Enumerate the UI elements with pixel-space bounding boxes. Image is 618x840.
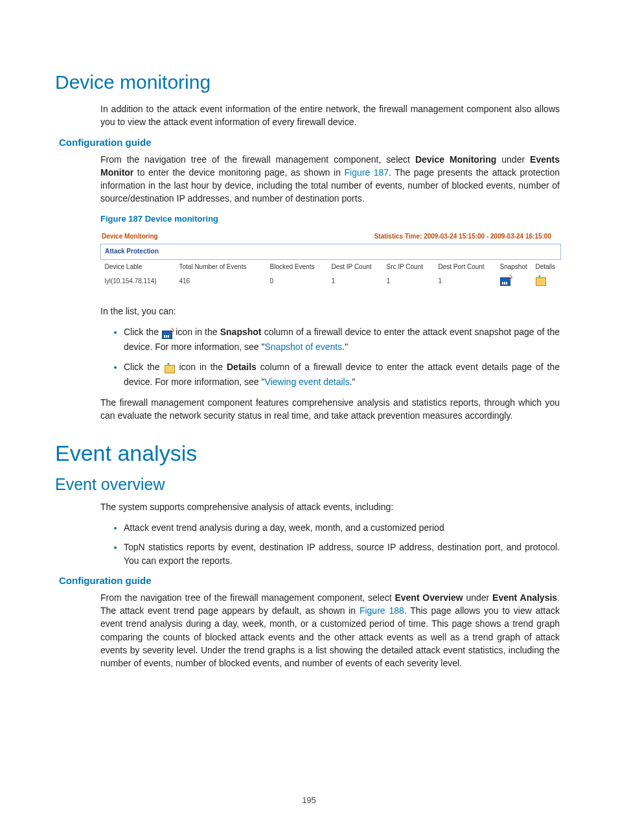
chart-icon — [162, 331, 172, 339]
snapshot-cell[interactable] — [496, 274, 532, 289]
fig-title-right: Statistics Time: 2009-03-24 15:15:00 - 2… — [374, 232, 551, 242]
figure-187: Device Monitoring Statistics Time: 2009-… — [100, 231, 553, 289]
link-viewing-event-details[interactable]: Viewing event details — [264, 377, 349, 387]
figure-187-caption: Figure 187 Device monitoring — [100, 213, 560, 226]
heading-config-guide-2: Configuration guide — [59, 575, 560, 586]
details-cell[interactable] — [532, 274, 561, 289]
ea-config-paragraph: From the navigation tree of the firewall… — [100, 591, 560, 670]
table-header-row: Device Lable Total Number of Events Bloc… — [101, 259, 561, 274]
fig-title-left: Device Monitoring — [102, 232, 158, 242]
link-figure-187[interactable]: Figure 187 — [344, 167, 389, 178]
link-snapshot-of-events[interactable]: Snapshot of events — [264, 342, 342, 352]
folder-icon[interactable] — [536, 277, 546, 286]
table-section-header: Attack Protection — [101, 244, 561, 260]
dm-config-paragraph: From the navigation tree of the firewall… — [100, 153, 560, 205]
page-number: 195 — [0, 795, 618, 805]
folder-icon — [165, 365, 175, 373]
heading-event-overview: Event overview — [55, 475, 560, 494]
attack-protection-table: Attack Protection Device Lable Total Num… — [100, 244, 561, 289]
dm-intro: In addition to the attack event informat… — [100, 102, 560, 129]
dm-closing: The firewall management component featur… — [100, 396, 560, 423]
ea-bullet-1: Attack event trend analysis during a day… — [124, 521, 560, 534]
ea-bullet-2: TopN statistics reports by event, destin… — [124, 541, 560, 567]
chart-icon[interactable] — [500, 277, 510, 286]
heading-device-monitoring: Device monitoring — [55, 71, 560, 93]
heading-config-guide-1: Configuration guide — [59, 137, 560, 148]
heading-event-analysis: Event analysis — [55, 441, 560, 466]
dm-bullet-details: Click the icon in the Details column of … — [124, 360, 560, 389]
dm-list-intro: In the list, you can: — [100, 305, 560, 318]
dm-bullet-snapshot: Click the icon in the Snapshot column of… — [124, 325, 560, 354]
link-figure-188[interactable]: Figure 188 — [360, 605, 404, 616]
table-row: lyl(10.154.78.114) 416 0 1 1 1 — [101, 274, 561, 289]
ea-intro: The system supports comprehensive analys… — [100, 500, 560, 513]
